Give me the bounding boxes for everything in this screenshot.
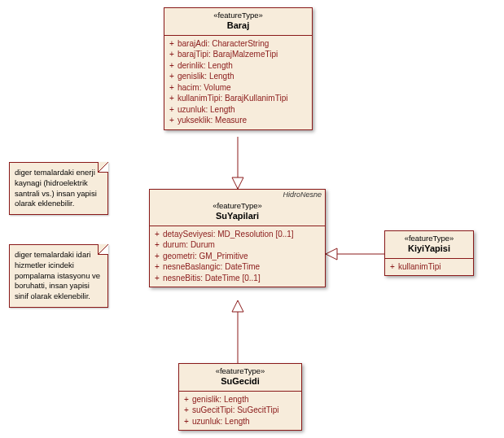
class-kiyiyapisi-body: +kullanimTipi [385, 259, 473, 276]
class-kiyiyapisi[interactable]: «featureType» KiyiYapisi +kullanimTipi [384, 230, 474, 276]
class-baraj-body: +barajAdi: CharacterString +barajTipi: B… [164, 36, 312, 129]
attr: +nesneBaslangic: DateTime [155, 261, 322, 273]
attr: +genislik: Length [184, 394, 298, 405]
attr: +kullanimTipi: BarajKullanimTipi [169, 93, 309, 104]
class-baraj-name: Baraj [168, 20, 309, 32]
class-suyapilari-header: «featureType» SuYapilari [150, 199, 325, 226]
class-sugecidi[interactable]: «featureType» SuGecidi +genislik: Length… [178, 363, 302, 431]
attr: +kullanimTipi [390, 261, 470, 273]
class-sugecidi-body: +genislik: Length +suGecitTipi: SuGecitT… [179, 392, 301, 431]
class-kiyiyapisi-header: «featureType» KiyiYapisi [385, 231, 473, 259]
attr: +derinlik: Length [169, 60, 309, 72]
attr: +hacim: Volume [169, 82, 309, 94]
class-suyapilari-body: +detaySeviyesi: MD_Resolution [0..1] +du… [150, 226, 325, 287]
class-sugecidi-stereotype: «featureType» [182, 366, 298, 376]
note-2-text: diger temalardaki idari hizmetler icinde… [15, 250, 100, 300]
note-2[interactable]: diger temalardaki idari hizmetler icinde… [9, 244, 108, 308]
attr: +geometri: GM_Primitive [155, 251, 322, 262]
svg-marker-5 [232, 300, 243, 312]
attr: +durum: Durum [155, 239, 322, 251]
svg-marker-3 [326, 248, 337, 260]
class-suyapilari[interactable]: HidroNesne «featureType» SuYapilari +det… [149, 189, 326, 287]
class-baraj[interactable]: «featureType» Baraj +barajAdi: Character… [164, 7, 313, 130]
class-baraj-stereotype: «featureType» [168, 11, 309, 20]
attr: +barajAdi: CharacterString [169, 38, 309, 50]
class-suyapilari-package: HidroNesne [150, 190, 325, 199]
class-kiyiyapisi-name: KiyiYapisi [388, 243, 470, 255]
note-fold-icon [98, 162, 108, 173]
attr: +nesneBitis: DateTime [0..1] [155, 273, 322, 284]
note-fold-icon [98, 244, 108, 255]
attr: +yukseklik: Measure [169, 115, 309, 126]
attr: +uzunluk: Length [184, 416, 298, 427]
class-kiyiyapisi-stereotype: «featureType» [388, 234, 470, 243]
class-suyapilari-stereotype: «featureType» [153, 201, 322, 211]
note-1-text: diger temalardaki enerji kaynagi (hidroe… [15, 168, 97, 208]
attr: +detaySeviyesi: MD_Resolution [0..1] [155, 229, 322, 240]
attr: +suGecitTipi: SuGecitTipi [184, 405, 298, 416]
class-sugecidi-header: «featureType» SuGecidi [179, 364, 301, 392]
attr: +barajTipi: BarajMalzemeTipi [169, 49, 309, 60]
attr: +genislik: Length [169, 71, 309, 82]
class-suyapilari-name: SuYapilari [153, 211, 322, 222]
class-sugecidi-name: SuGecidi [182, 376, 298, 388]
note-1[interactable]: diger temalardaki enerji kaynagi (hidroe… [9, 162, 108, 215]
class-baraj-header: «featureType» Baraj [164, 8, 312, 36]
attr: +uzunluk: Length [169, 104, 309, 116]
diagram-canvas: «featureType» Baraj +barajAdi: Character… [0, 0, 504, 438]
svg-marker-1 [232, 177, 243, 189]
